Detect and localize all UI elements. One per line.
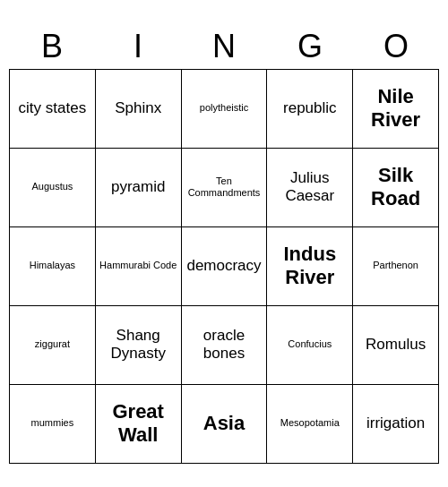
header-g: G xyxy=(267,24,353,69)
bingo-cell: pyramid xyxy=(96,149,182,227)
bingo-cell: Shang Dynasty xyxy=(96,306,182,385)
bingo-cell: oracle bones xyxy=(182,306,268,385)
bingo-cell: Augustus xyxy=(10,149,96,227)
bingo-cell: Asia xyxy=(182,385,268,464)
bingo-cell: Indus River xyxy=(267,227,353,306)
bingo-cell: irrigation xyxy=(353,385,439,464)
header-b: B xyxy=(9,24,95,69)
header-n: N xyxy=(181,24,267,69)
bingo-cell: Confucius xyxy=(267,306,353,385)
bingo-cell: city states xyxy=(10,70,96,149)
bingo-cell: Hammurabi Code xyxy=(96,227,182,306)
bingo-cell: Sphinx xyxy=(96,70,182,149)
bingo-cell: republic xyxy=(267,70,353,149)
bingo-cell: Silk Road xyxy=(353,149,439,227)
bingo-cell: polytheistic xyxy=(182,70,268,149)
bingo-header: B I N G O xyxy=(9,24,439,69)
bingo-cell: Julius Caesar xyxy=(267,149,353,227)
bingo-cell: ziggurat xyxy=(10,306,96,385)
bingo-cell: mummies xyxy=(10,385,96,464)
bingo-card: B I N G O city statesSphinxpolytheisticr… xyxy=(9,24,439,464)
bingo-cell: Parthenon xyxy=(353,227,439,306)
header-o: O xyxy=(353,24,439,69)
bingo-cell: Great Wall xyxy=(96,385,182,464)
bingo-cell: Romulus xyxy=(353,306,439,385)
bingo-cell: Himalayas xyxy=(10,227,96,306)
header-i: I xyxy=(95,24,181,69)
bingo-cell: Mesopotamia xyxy=(267,385,353,464)
bingo-grid: city statesSphinxpolytheisticrepublicNil… xyxy=(9,69,439,464)
bingo-cell: Ten Commandments xyxy=(182,149,268,227)
bingo-cell: democracy xyxy=(182,227,268,306)
bingo-cell: Nile River xyxy=(353,70,439,149)
